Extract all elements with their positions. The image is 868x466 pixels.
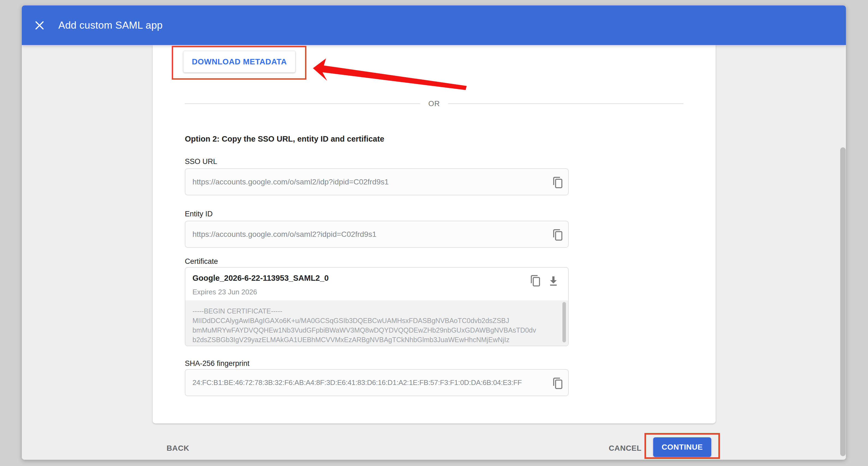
download-metadata-label: DOWNLOAD METADATA	[192, 57, 287, 66]
dialog-header: Add custom SAML app	[22, 5, 846, 45]
sso-url-copy-button[interactable]	[552, 176, 564, 189]
back-button[interactable]: BACK	[166, 444, 189, 453]
dialog-title: Add custom SAML app	[58, 20, 163, 31]
certificate-label: Certificate	[185, 257, 218, 266]
certificate-copy-button[interactable]	[529, 274, 541, 287]
sso-url-value: https://accounts.google.com/o/saml2/idp?…	[192, 169, 389, 195]
download-icon	[549, 275, 558, 287]
copy-icon	[553, 377, 563, 389]
or-divider: OR	[185, 99, 683, 108]
certificate-pem-line: bmMuMRYwFAYDVQQHEw1Nb3VudGFpbiBWaWV3MQ8w…	[192, 325, 568, 335]
content-card: DOWNLOAD METADATA OR Option 2: Copy the …	[153, 45, 716, 424]
certificate-pem-text[interactable]: -----BEGIN CERTIFICATE----- MIIDdDCCAlyg…	[185, 300, 568, 346]
download-metadata-button[interactable]: DOWNLOAD METADATA	[183, 51, 296, 72]
divider-line-right	[448, 104, 683, 104]
continue-button[interactable]: CONTINUE	[653, 437, 711, 457]
certificate-name: Google_2026-6-22-113953_SAML2_0	[192, 274, 329, 283]
certificate-scrollbar[interactable]	[562, 302, 566, 342]
certificate-pem-line: -----BEGIN CERTIFICATE-----	[192, 307, 568, 316]
copy-icon	[530, 274, 540, 287]
certificate-card: Google_2026-6-22-113953_SAML2_0 Expires …	[185, 267, 569, 346]
entity-id-field: https://accounts.google.com/o/saml2?idpi…	[185, 221, 569, 248]
cancel-button[interactable]: CANCEL	[609, 444, 642, 453]
certificate-download-button[interactable]	[548, 275, 559, 287]
certificate-expiry: Expires 23 Jun 2026	[192, 288, 257, 296]
sso-url-field: https://accounts.google.com/o/saml2/idp?…	[185, 168, 569, 195]
close-button[interactable]	[35, 21, 44, 30]
entity-id-label: Entity ID	[185, 210, 213, 218]
option2-heading: Option 2: Copy the SSO URL, entity ID an…	[185, 135, 384, 144]
certificate-pem-line: b2dsZSBGb3IgV29yazELMAkGA1UEBhMCVVMxEzAR…	[192, 335, 568, 345]
divider-line-left	[185, 104, 420, 104]
fingerprint-field: 24:FC:B1:BE:46:72:78:3B:32:F6:AB:A4:8F:3…	[185, 369, 569, 396]
fingerprint-copy-button[interactable]	[552, 377, 564, 390]
page: { "header": { "title": "Add custom SAML …	[0, 0, 868, 466]
copy-icon	[553, 176, 563, 189]
fingerprint-value: 24:FC:B1:BE:46:72:78:3B:32:F6:AB:A4:8F:3…	[192, 370, 522, 396]
fingerprint-label: SHA-256 fingerprint	[185, 359, 249, 368]
continue-label: CONTINUE	[662, 443, 703, 452]
close-icon	[35, 21, 44, 30]
certificate-pem-line: MIIDdDCCAlygAwIBAgIGAXo6K+u/MA0GCSqGSIb3…	[192, 316, 568, 325]
add-custom-saml-app-dialog: Add custom SAML app DOWNLOAD METADATA OR…	[22, 5, 846, 460]
copy-icon	[553, 229, 563, 241]
sso-url-label: SSO URL	[185, 157, 217, 166]
annotation-arrow-icon	[308, 57, 472, 95]
entity-id-value: https://accounts.google.com/o/saml2?idpi…	[192, 221, 376, 247]
divider-or-label: OR	[428, 99, 440, 108]
entity-id-copy-button[interactable]	[552, 228, 564, 241]
dialog-body: DOWNLOAD METADATA OR Option 2: Copy the …	[22, 45, 846, 460]
dialog-scrollbar[interactable]	[840, 147, 846, 456]
